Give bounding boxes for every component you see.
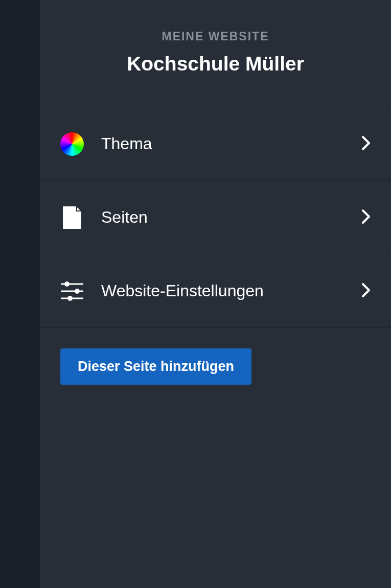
left-gutter: [0, 0, 40, 588]
menu-item-settings[interactable]: Website-Einstellungen: [40, 254, 391, 328]
menu-item-label: Seiten: [101, 208, 361, 227]
page-icon: [60, 206, 84, 229]
menu-item-theme[interactable]: Thema: [40, 107, 391, 181]
panel-header: MEINE WEBSITE Kochschule Müller: [40, 0, 391, 107]
header-title: Kochschule Müller: [50, 53, 381, 75]
chevron-right-icon: [361, 283, 371, 300]
sliders-icon: [60, 279, 84, 303]
chevron-right-icon: [361, 135, 371, 153]
svg-point-1: [64, 281, 70, 287]
add-to-page-button[interactable]: Dieser Seite hinzufügen: [60, 348, 251, 385]
svg-point-3: [75, 289, 80, 294]
app-frame: MEINE WEBSITE Kochschule Müller Thema: [0, 0, 391, 588]
menu-item-label: Thema: [101, 134, 361, 153]
svg-point-5: [67, 296, 73, 301]
color-wheel-icon: [60, 132, 84, 156]
action-row: Dieser Seite hinzufügen: [40, 328, 391, 405]
header-eyebrow: MEINE WEBSITE: [50, 30, 381, 43]
chevron-right-icon: [361, 209, 371, 226]
menu-item-pages[interactable]: Seiten: [40, 181, 391, 254]
menu-item-label: Website-Einstellungen: [101, 281, 361, 300]
sidebar-panel: MEINE WEBSITE Kochschule Müller Thema: [40, 0, 391, 588]
